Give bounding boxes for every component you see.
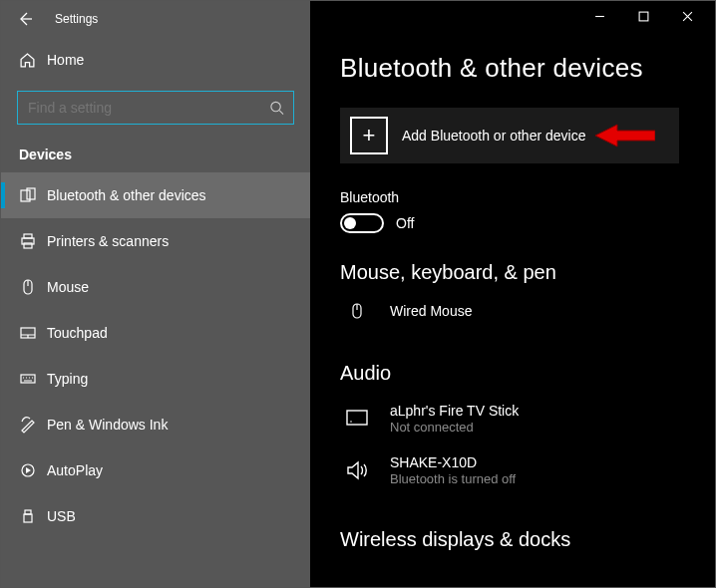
annotation-arrow-icon [595,123,655,148]
svg-rect-15 [347,411,367,425]
nav-item-touchpad[interactable]: Touchpad [1,310,310,356]
add-device-button[interactable]: + Add Bluetooth or other device [340,108,679,163]
group-heading: Audio [340,362,685,385]
mouse-icon [340,302,374,320]
nav-home-label: Home [47,52,84,68]
content-panel: Bluetooth & other devices + Add Bluetoot… [310,1,715,587]
bluetooth-toggle[interactable] [340,213,384,233]
home-icon [19,52,47,69]
nav-item-label: Printers & scanners [47,233,169,249]
nav-item-label: AutoPlay [47,462,103,478]
nav-item-label: USB [47,508,76,524]
bluetooth-devices-icon [19,186,47,204]
back-icon[interactable] [15,11,35,27]
display-icon [340,409,374,429]
usb-icon [19,507,47,525]
page-title: Bluetooth & other devices [340,53,685,84]
printer-icon [19,232,47,250]
svg-rect-10 [24,514,32,522]
search-icon[interactable] [269,101,284,116]
sidebar-titlebar: Settings [1,1,310,37]
nav-item-autoplay[interactable]: AutoPlay [1,447,310,493]
pen-icon [19,416,47,434]
mouse-icon [19,278,47,296]
speaker-icon [340,459,374,481]
nav-item-label: Bluetooth & other devices [47,187,206,203]
maximize-button[interactable] [621,1,665,31]
autoplay-icon [19,461,47,479]
bluetooth-toggle-row: Off [340,213,685,233]
settings-sidebar: Settings Home Devices Bluetooth & other … [1,1,310,587]
svg-point-16 [350,421,352,423]
section-label: Devices [1,139,310,172]
nav-item-label: Pen & Windows Ink [47,417,168,433]
svg-rect-12 [639,12,648,21]
device-row[interactable]: SHAKE-X10DBluetooth is turned off [340,448,685,500]
group-heading: Wireless displays & docks [340,528,685,551]
device-status: Not connected [390,420,519,435]
app-title: Settings [55,12,98,26]
nav-list: Bluetooth & other devicesPrinters & scan… [1,172,310,587]
touchpad-icon [19,324,47,342]
svg-rect-11 [25,510,31,514]
nav-item-mouse[interactable]: Mouse [1,264,310,310]
bluetooth-state-label: Off [396,215,414,231]
nav-item-printers-scanners[interactable]: Printers & scanners [1,218,310,264]
svg-rect-4 [24,234,32,238]
svg-marker-13 [595,125,655,147]
nav-home[interactable]: Home [1,37,310,83]
group-heading: Mouse, keyboard, & pen [340,261,685,284]
keyboard-icon [19,370,47,388]
minimize-button[interactable] [577,1,621,31]
device-name: Wired Mouse [390,303,472,319]
device-status: Bluetooth is turned off [390,471,516,486]
search-container [1,83,310,139]
device-row[interactable]: aLphr's Fire TV StickNot connected [340,397,685,448]
device-name: aLphr's Fire TV Stick [390,403,519,419]
device-row[interactable]: Wired Mouse [340,296,685,334]
svg-rect-8 [21,375,35,383]
bluetooth-heading: Bluetooth [340,189,685,205]
nav-item-typing[interactable]: Typing [1,356,310,402]
add-device-label: Add Bluetooth or other device [402,128,585,144]
nav-item-usb[interactable]: USB [1,493,310,539]
close-button[interactable] [665,1,709,31]
nav-item-label: Touchpad [47,325,108,341]
search-input[interactable] [17,91,294,125]
plus-icon: + [350,117,388,154]
nav-item-pen-windows-ink[interactable]: Pen & Windows Ink [1,402,310,447]
nav-item-bluetooth-other-devices[interactable]: Bluetooth & other devices [1,172,310,218]
nav-item-label: Typing [47,371,88,387]
svg-point-0 [271,102,280,111]
nav-item-label: Mouse [47,279,89,295]
device-name: SHAKE-X10D [390,454,516,470]
window-controls [310,1,715,31]
